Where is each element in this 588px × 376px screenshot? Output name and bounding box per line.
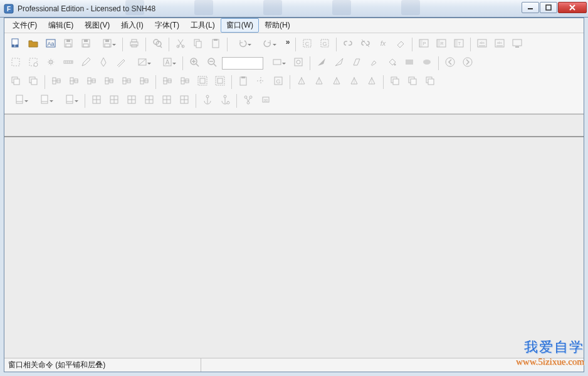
hex-button[interactable]: 00 xyxy=(258,93,274,109)
guides-icon xyxy=(255,75,266,89)
layer-front-button[interactable] xyxy=(8,74,24,90)
align-right-button[interactable] xyxy=(83,74,100,90)
layer-back-button[interactable] xyxy=(25,74,41,90)
rect-shape-button[interactable] xyxy=(401,55,417,71)
minimize-button[interactable] xyxy=(522,2,539,13)
fx-button[interactable]: fx xyxy=(375,36,391,53)
abc-check-button[interactable]: abc xyxy=(474,36,490,53)
anchor-button[interactable] xyxy=(199,93,216,109)
text-button[interactable]: A xyxy=(155,55,179,71)
zoom-fit-button[interactable] xyxy=(290,55,307,71)
nav-back-button[interactable] xyxy=(442,55,458,71)
flip-v-button[interactable] xyxy=(311,74,327,90)
arrow-outline-button[interactable] xyxy=(331,55,347,71)
distribute-h-button[interactable] xyxy=(159,74,176,90)
svg-rect-29 xyxy=(214,39,218,41)
panel-t-button[interactable]: T xyxy=(451,36,467,53)
cut-button[interactable] xyxy=(172,36,189,53)
pan-button[interactable] xyxy=(43,55,59,71)
branch-button[interactable] xyxy=(240,93,256,109)
table-2-button[interactable] xyxy=(106,93,122,109)
zoom-dropdown-button[interactable] xyxy=(265,55,289,71)
menu-insert[interactable]: 插入(I) xyxy=(115,18,149,33)
menu-view[interactable]: 视图(V) xyxy=(79,18,115,33)
panel-p-button[interactable]: P xyxy=(416,36,432,53)
abc-list-button[interactable]: abc xyxy=(491,36,508,53)
page-template-button[interactable] xyxy=(33,93,56,109)
brush-button[interactable] xyxy=(366,55,382,71)
nav-forward-button[interactable] xyxy=(459,55,476,71)
arrow-fill-button[interactable] xyxy=(313,55,330,71)
menu-window[interactable]: 窗口(W) xyxy=(221,18,259,33)
table-cells-button[interactable] xyxy=(176,93,192,109)
guides-button[interactable] xyxy=(253,74,269,90)
zoom-in-button[interactable] xyxy=(186,55,202,71)
align-top-button[interactable] xyxy=(101,74,117,90)
table-4-button[interactable] xyxy=(141,93,157,109)
zoom-out-button[interactable] xyxy=(204,55,220,71)
mirror-button[interactable] xyxy=(364,74,380,90)
page-new-button[interactable] xyxy=(8,93,31,109)
select-rect-button[interactable] xyxy=(8,55,24,71)
panel-r-button[interactable]: R xyxy=(433,36,449,53)
measure-button[interactable] xyxy=(60,55,76,71)
menu-edit[interactable]: 编辑(E) xyxy=(43,18,79,33)
param-c-button[interactable]: C xyxy=(299,36,315,53)
svg-text:F: F xyxy=(14,44,16,48)
rotate-cw-button[interactable] xyxy=(328,74,345,90)
menu-tools[interactable]: 工具(L) xyxy=(185,18,221,33)
grid-g-button[interactable]: G xyxy=(270,74,286,90)
skew-button[interactable] xyxy=(349,55,365,71)
new-file-button[interactable]: F xyxy=(8,36,24,53)
knife-button[interactable] xyxy=(113,55,129,71)
bucket-button[interactable] xyxy=(384,55,400,71)
paste-layer-button[interactable] xyxy=(404,74,421,90)
gradient-button[interactable] xyxy=(130,55,154,71)
menu-font[interactable]: 字体(T) xyxy=(149,18,185,33)
link-button[interactable] xyxy=(340,36,356,53)
paste-button[interactable] xyxy=(207,36,224,53)
align-bottom-button[interactable] xyxy=(136,74,152,90)
pen-button[interactable] xyxy=(95,55,112,71)
pencil-button[interactable] xyxy=(78,55,94,71)
select-lasso-button[interactable] xyxy=(25,55,41,71)
group-button[interactable] xyxy=(194,74,211,90)
align-center-v-button[interactable] xyxy=(118,74,135,90)
menu-help[interactable]: 帮助(H) xyxy=(259,18,296,33)
unlink-button[interactable] xyxy=(357,36,374,53)
save-as-button[interactable] xyxy=(95,36,119,53)
maximize-button[interactable] xyxy=(540,2,557,13)
align-left-button[interactable] xyxy=(48,74,65,90)
undo-button[interactable] xyxy=(231,36,255,53)
font-preview-button[interactable]: Aa xyxy=(43,36,59,53)
open-file-button[interactable] xyxy=(25,36,41,53)
table-1-button[interactable] xyxy=(88,93,105,109)
clipboard-button[interactable] xyxy=(235,74,251,90)
rotate-ccw-button[interactable] xyxy=(346,74,362,90)
align-center-h-button[interactable] xyxy=(66,74,82,90)
save-all-button[interactable] xyxy=(78,36,94,53)
table-3-button[interactable] xyxy=(123,93,140,109)
page-settings-button[interactable] xyxy=(58,93,81,109)
app-icon: F xyxy=(4,4,14,14)
copy-button[interactable] xyxy=(190,36,206,53)
redo-button[interactable] xyxy=(256,36,280,53)
copy-layer-button[interactable] xyxy=(387,74,403,90)
find-button[interactable] xyxy=(149,36,165,53)
ellipse-shape-button[interactable] xyxy=(419,55,435,71)
ungroup-button[interactable] xyxy=(212,74,228,90)
merge-button[interactable] xyxy=(422,74,438,90)
distribute-v-button[interactable] xyxy=(177,74,193,90)
toolbar-overflow[interactable]: » xyxy=(283,36,293,53)
print-button[interactable] xyxy=(126,36,142,53)
close-button[interactable] xyxy=(558,2,587,13)
zoom-input[interactable] xyxy=(222,57,263,70)
param-g-button[interactable]: G xyxy=(317,36,333,53)
eraser-button[interactable] xyxy=(392,36,409,53)
flip-h-button[interactable] xyxy=(293,74,310,90)
screen-button[interactable] xyxy=(509,36,525,53)
table-lock-button[interactable] xyxy=(159,93,175,109)
anchor-link-button[interactable] xyxy=(217,93,233,109)
save-button[interactable] xyxy=(60,36,76,53)
menu-file[interactable]: 文件(F) xyxy=(7,18,43,33)
